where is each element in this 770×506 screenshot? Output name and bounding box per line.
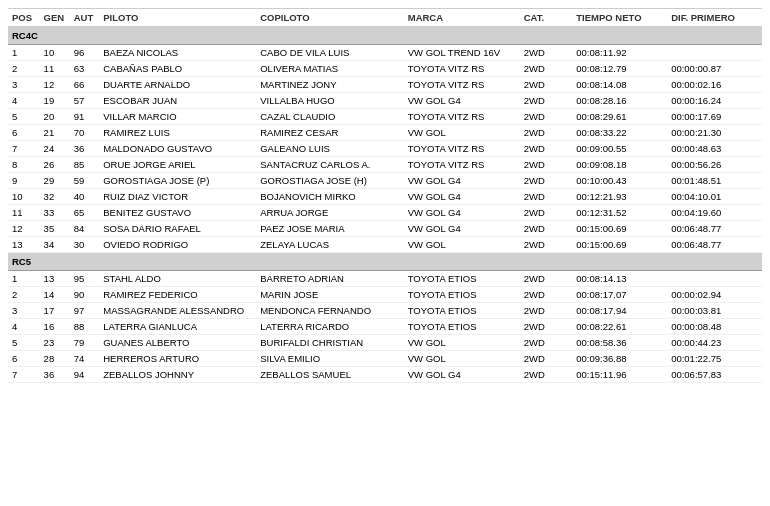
cell-aut: 65 (70, 205, 100, 221)
header-dif: DIF. PRIMERO (667, 9, 762, 27)
table-row: 133430OVIEDO RODRIGOZELAYA LUCASVW GOL2W… (8, 237, 762, 253)
cell-marca: VW GOL G4 (404, 221, 520, 237)
cell-aut: 30 (70, 237, 100, 253)
cell-tiempo: 00:08:14.13 (572, 271, 667, 287)
cell-copiloto: RAMIREZ CESAR (256, 125, 404, 141)
table-row: 31266DUARTE ARNALDOMARTINEZ JONYTOYOTA V… (8, 77, 762, 93)
table-row: 103240RUIZ DIAZ VICTORBOJANOVICH MIRKOVW… (8, 189, 762, 205)
cell-gen: 21 (40, 125, 70, 141)
cell-piloto: CABAÑAS PABLO (99, 61, 256, 77)
cell-dif: 00:01:48.51 (667, 173, 762, 189)
cell-gen: 10 (40, 45, 70, 61)
cell-cat: 2WD (520, 93, 573, 109)
cell-dif (667, 271, 762, 287)
cell-cat: 2WD (520, 173, 573, 189)
cell-cat: 2WD (520, 271, 573, 287)
cell-copiloto: BARRETO ADRIAN (256, 271, 404, 287)
cell-copiloto: SILVA EMILIO (256, 351, 404, 367)
cell-pos: 8 (8, 157, 40, 173)
cell-pos: 6 (8, 125, 40, 141)
cell-copiloto: MENDONCA FERNANDO (256, 303, 404, 319)
cell-cat: 2WD (520, 335, 573, 351)
cell-copiloto: ARRUA JORGE (256, 205, 404, 221)
header-gen: GEN (40, 9, 70, 27)
cell-copiloto: BURIFALDI CHRISTIAN (256, 335, 404, 351)
cell-pos: 6 (8, 351, 40, 367)
cell-dif: 00:00:21.30 (667, 125, 762, 141)
cell-aut: 90 (70, 287, 100, 303)
cell-dif: 00:00:44.23 (667, 335, 762, 351)
cell-gen: 23 (40, 335, 70, 351)
cell-cat: 2WD (520, 303, 573, 319)
cell-marca: VW GOL G4 (404, 205, 520, 221)
cell-piloto: RAMIREZ FEDERICO (99, 287, 256, 303)
cell-cat: 2WD (520, 77, 573, 93)
cell-piloto: GOROSTIAGA JOSE (P) (99, 173, 256, 189)
cell-aut: 36 (70, 141, 100, 157)
cell-aut: 85 (70, 157, 100, 173)
cell-aut: 63 (70, 61, 100, 77)
cell-piloto: MALDONADO GUSTAVO (99, 141, 256, 157)
cell-copiloto: ZELAYA LUCAS (256, 237, 404, 253)
cell-tiempo: 00:08:58.36 (572, 335, 667, 351)
cell-marca: TOYOTA ETIOS (404, 287, 520, 303)
cell-pos: 5 (8, 335, 40, 351)
cell-dif: 00:00:03.81 (667, 303, 762, 319)
cell-marca: TOYOTA VITZ RS (404, 109, 520, 125)
table-body: RC4C11096BAEZA NICOLASCABO DE VILA LUISV… (8, 27, 762, 383)
cell-cat: 2WD (520, 221, 573, 237)
cell-gen: 34 (40, 237, 70, 253)
cell-pos: 4 (8, 93, 40, 109)
header-aut: AUT (70, 9, 100, 27)
cell-dif: 00:00:16.24 (667, 93, 762, 109)
cell-cat: 2WD (520, 61, 573, 77)
cell-copiloto: CAZAL CLAUDIO (256, 109, 404, 125)
cell-tiempo: 00:12:31.52 (572, 205, 667, 221)
cell-marca: VW GOL G4 (404, 173, 520, 189)
cell-copiloto: OLIVERA MATIAS (256, 61, 404, 77)
cell-piloto: BAEZA NICOLAS (99, 45, 256, 61)
table-row: 52379GUANES ALBERTOBURIFALDI CHRISTIANVW… (8, 335, 762, 351)
cell-gen: 14 (40, 287, 70, 303)
cell-marca: VW GOL TREND 16V (404, 45, 520, 61)
cell-cat: 2WD (520, 319, 573, 335)
cell-tiempo: 00:15:00.69 (572, 237, 667, 253)
cell-aut: 79 (70, 335, 100, 351)
cell-marca: VW GOL G4 (404, 189, 520, 205)
table-row: 11395STAHL ALDOBARRETO ADRIANTOYOTA ETIO… (8, 271, 762, 287)
cell-marca: TOYOTA ETIOS (404, 303, 520, 319)
cell-gen: 11 (40, 61, 70, 77)
cell-piloto: RAMIREZ LUIS (99, 125, 256, 141)
table-row: 82685ORUE JORGE ARIELSANTACRUZ CARLOS A.… (8, 157, 762, 173)
cell-tiempo: 00:09:00.55 (572, 141, 667, 157)
cell-piloto: ESCOBAR JUAN (99, 93, 256, 109)
cell-cat: 2WD (520, 367, 573, 383)
cell-piloto: GUANES ALBERTO (99, 335, 256, 351)
cell-pos: 10 (8, 189, 40, 205)
cell-pos: 5 (8, 109, 40, 125)
cell-piloto: VILLAR MARCIO (99, 109, 256, 125)
table-row: 113365BENITEZ GUSTAVOARRUA JORGEVW GOL G… (8, 205, 762, 221)
cell-copiloto: PAEZ JOSE MARIA (256, 221, 404, 237)
cell-aut: 97 (70, 303, 100, 319)
cell-tiempo: 00:08:12.79 (572, 61, 667, 77)
cell-gen: 13 (40, 271, 70, 287)
table-row: 41957ESCOBAR JUANVILLALBA HUGOVW GOL G42… (8, 93, 762, 109)
cell-dif: 00:00:00.87 (667, 61, 762, 77)
header-pos: POS (8, 9, 40, 27)
cell-pos: 12 (8, 221, 40, 237)
cell-dif: 00:04:10.01 (667, 189, 762, 205)
cell-marca: VW GOL G4 (404, 93, 520, 109)
cell-tiempo: 00:08:11.92 (572, 45, 667, 61)
cell-marca: VW GOL G4 (404, 367, 520, 383)
cell-marca: VW GOL (404, 237, 520, 253)
cell-pos: 1 (8, 271, 40, 287)
cell-copiloto: BOJANOVICH MIRKO (256, 189, 404, 205)
cell-aut: 74 (70, 351, 100, 367)
results-table: POS GEN AUT PILOTO COPILOTO MARCA CAT. T… (8, 8, 762, 383)
cell-copiloto: GOROSTIAGA JOSE (H) (256, 173, 404, 189)
cell-dif: 00:06:48.77 (667, 237, 762, 253)
cell-aut: 84 (70, 221, 100, 237)
table-row: 41688LATERRA GIANLUCALATERRA RICARDOTOYO… (8, 319, 762, 335)
cell-cat: 2WD (520, 125, 573, 141)
